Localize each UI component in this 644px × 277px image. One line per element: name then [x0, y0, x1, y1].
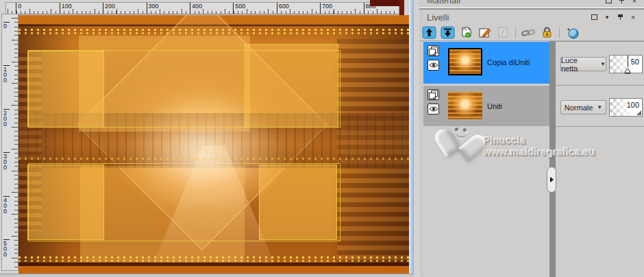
layers-toolbar: f — [421, 25, 642, 40]
opacity-caret[interactable] — [636, 110, 641, 115]
art-glitter-rect — [27, 51, 104, 128]
move-layer-up-icon[interactable] — [421, 26, 436, 40]
art-bottom-band — [18, 266, 409, 274]
art-dot-row — [18, 256, 409, 258]
window-frame-edge — [399, 0, 404, 15]
art-glitter-rect — [27, 165, 104, 240]
blend-mode-dropdown[interactable]: Luce netta▼ — [560, 57, 606, 71]
blend-mode-value: Luce netta — [561, 56, 596, 73]
chevron-down-icon: ▼ — [600, 61, 606, 67]
blend-mode-dropdown[interactable]: Normale▼ — [560, 100, 606, 115]
h-ruler-label: 700 — [320, 3, 332, 14]
layer-type-icon — [428, 45, 439, 56]
h-ruler-label: 400 — [190, 3, 202, 14]
layers-list: Copia diUniti Uniti — [423, 41, 549, 126]
column-splitter[interactable] — [549, 41, 556, 277]
canvas-image[interactable] — [18, 15, 409, 274]
row-separator — [556, 85, 644, 86]
h-ruler-label: 200 — [103, 3, 115, 14]
materials-panel-title: Materiali — [427, 0, 460, 5]
opacity-value: 50 — [631, 58, 639, 66]
materials-header-buttons: × — [604, 0, 639, 4]
layer-row[interactable]: Uniti — [423, 86, 549, 126]
lock-icon[interactable] — [539, 26, 554, 40]
pin-icon[interactable] — [616, 13, 624, 21]
layer-thumbnail[interactable] — [448, 48, 482, 75]
h-ruler-label: 500 — [233, 3, 245, 14]
layer-name[interactable]: Copia diUniti — [487, 58, 530, 84]
vertical-ruler[interactable]: 0100200300400500 — [1, 14, 18, 271]
link-layers-icon[interactable] — [521, 26, 536, 40]
move-layer-down-icon[interactable] — [440, 26, 455, 40]
layer-properties-column: Luce netta▼ 50 Normale▼ 100 — [556, 41, 644, 126]
h-ruler-label: 0 — [16, 3, 21, 14]
layers-panel-header: Livelli ▾ × — [419, 10, 644, 25]
v-ruler-label: 400 — [3, 196, 10, 214]
toolbar-separator — [515, 27, 516, 38]
v-ruler-label: 500 — [3, 239, 10, 257]
splitter-handle[interactable] — [547, 167, 556, 193]
panel-grip[interactable] — [420, 10, 423, 277]
menu-arrow-icon[interactable]: ▾ — [603, 13, 611, 21]
splitter-arrow-icon — [550, 177, 556, 182]
horizontal-ruler[interactable]: 0100200300400500600700800 — [5, 2, 399, 14]
art-dot-row — [18, 32, 409, 34]
layer-type-icon — [428, 89, 439, 100]
layers-panel-title: Livelli — [427, 12, 449, 23]
art-dot-row — [18, 29, 409, 31]
art-center-glow — [121, 97, 286, 214]
image-window: 0100200300400500600700800 01002003004005… — [0, 0, 419, 277]
v-ruler-label: 300 — [3, 152, 10, 170]
row-separator — [556, 126, 644, 127]
toolbar-separator — [559, 27, 560, 38]
close-icon[interactable]: × — [629, 13, 637, 21]
opacity-slider[interactable]: 50 — [609, 55, 643, 73]
v-ruler-label: 100 — [3, 65, 10, 83]
new-layer-icon[interactable] — [458, 26, 473, 40]
blend-sphere-icon[interactable] — [565, 26, 580, 40]
window-restore-icon[interactable] — [604, 0, 612, 4]
layer-thumbnail[interactable] — [448, 92, 482, 119]
image-window-bottom — [0, 274, 414, 277]
opacity-caret[interactable] — [625, 66, 630, 73]
panel-grip[interactable] — [420, 0, 423, 8]
layer-row-icons — [423, 86, 440, 126]
h-ruler-label: 300 — [147, 3, 159, 14]
edit-layer-icon[interactable] — [477, 26, 492, 40]
blend-mode-value: Normale — [565, 104, 593, 112]
visibility-eye-icon[interactable] — [428, 60, 439, 71]
layer-name[interactable]: Uniti — [487, 102, 502, 126]
window-restore-icon[interactable] — [590, 13, 598, 21]
opacity-value: 100 — [627, 101, 639, 109]
opacity-slider[interactable]: 100 — [609, 98, 643, 117]
layers-header-buttons: ▾ × — [590, 13, 637, 21]
mask-layer-icon-disabled: f — [495, 26, 510, 40]
close-icon[interactable]: × — [630, 0, 639, 4]
h-ruler-label: 600 — [277, 3, 289, 14]
pin-icon[interactable] — [617, 0, 626, 4]
layer-row-selected[interactable]: Copia diUniti — [423, 42, 549, 84]
v-ruler-label: 0 — [3, 22, 10, 29]
materials-panel-header: Materiali × — [419, 0, 644, 8]
v-ruler-label: 200 — [3, 109, 10, 127]
image-window-border — [409, 0, 414, 274]
dock-panels: Materiali × Livelli ▾ × — [419, 0, 644, 277]
layer-row-icons — [423, 42, 440, 84]
h-ruler-label: 100 — [60, 3, 72, 14]
visibility-eye-icon[interactable] — [428, 104, 439, 115]
chevron-down-icon: ▼ — [597, 104, 602, 110]
art-dot-row — [18, 158, 409, 160]
art-dot-row — [18, 260, 409, 262]
